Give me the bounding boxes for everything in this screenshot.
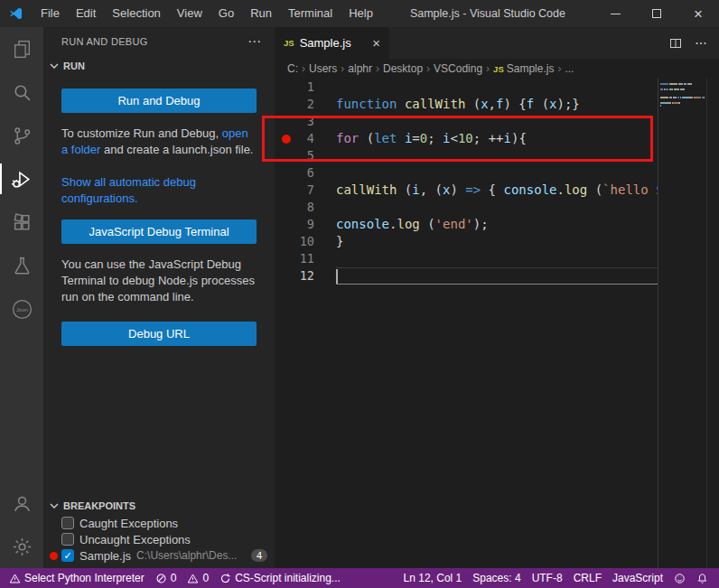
activity-accounts[interactable]	[0, 481, 43, 525]
testing-icon	[11, 255, 33, 277]
line-number: 7	[307, 182, 314, 197]
menu-terminal[interactable]: Terminal	[280, 0, 341, 27]
activity-json-tools[interactable]: Json	[0, 287, 43, 331]
checkbox[interactable]	[61, 517, 74, 529]
vscode-window: FileEditSelectionViewGoRunTerminalHelp S…	[0, 0, 719, 588]
minimap[interactable]	[658, 79, 706, 568]
menu-help[interactable]: Help	[341, 0, 381, 27]
chevron-down-icon	[47, 499, 61, 513]
status-problems-errors[interactable]: 0	[150, 568, 182, 588]
breadcrumb-item[interactable]: Users	[309, 62, 337, 75]
code-line-1[interactable]: 1	[275, 79, 719, 96]
menu-go[interactable]: Go	[210, 0, 242, 27]
gutter-line-12[interactable]: 12	[275, 267, 336, 285]
code-line-4[interactable]: 4for (let i=0; i<10; ++i){	[275, 130, 719, 147]
menu-edit[interactable]: Edit	[68, 0, 104, 27]
split-editor-icon[interactable]	[668, 36, 683, 51]
status-select-python-interpreter[interactable]: Select Python Interpreter	[4, 568, 150, 588]
code-line-7[interactable]: 7callWith (i, (x) => { console.log (`hel…	[275, 182, 719, 199]
activity-run-and-debug[interactable]	[0, 157, 43, 201]
gutter-line-9[interactable]: 9	[275, 216, 336, 233]
breadcrumb-item[interactable]: VSCoding	[434, 62, 482, 75]
activity-search[interactable]	[0, 70, 43, 114]
gutter-line-11[interactable]: 11	[275, 250, 336, 267]
gutter-line-10[interactable]: 10	[275, 233, 336, 250]
code-line-10[interactable]: 10}	[275, 233, 719, 250]
breadcrumb-item[interactable]: alphr	[348, 62, 372, 75]
menu-view[interactable]: View	[169, 0, 210, 27]
status-notifications[interactable]	[691, 568, 714, 588]
gutter-line-8[interactable]: 8	[275, 199, 336, 216]
status-eol[interactable]: CRLF	[568, 568, 607, 588]
code-line-3[interactable]: 3	[275, 113, 719, 130]
debug-url-button[interactable]: Debug URL	[61, 322, 257, 346]
tab-close-icon[interactable]: ×	[372, 36, 380, 50]
breakpoint-dot	[282, 135, 291, 144]
status-indentation[interactable]: Spaces: 4	[467, 568, 526, 588]
menu-file[interactable]: File	[33, 0, 68, 27]
status-cs-script[interactable]: CS-Script initializing...	[214, 568, 346, 588]
breadcrumb: C:›Users›alphr›Desktop›VSCoding›JSSample…	[275, 59, 719, 79]
line-number: 9	[307, 217, 314, 231]
status-language-mode[interactable]: JavaScript	[607, 568, 668, 588]
breakpoint-item[interactable]: Uncaught Exceptions	[43, 531, 275, 547]
run-and-debug-button[interactable]: Run and Debug	[61, 89, 257, 113]
activity-extensions[interactable]	[0, 201, 43, 244]
gutter-line-4[interactable]: 4	[275, 130, 336, 147]
status-cursor-position[interactable]: Ln 12, Col 1	[398, 568, 468, 588]
breadcrumb-item[interactable]: C:	[287, 62, 298, 75]
sync-icon	[219, 573, 231, 584]
sidebar-title: RUN AND DEBUG	[61, 36, 247, 47]
gutter-line-5[interactable]: 5	[275, 147, 336, 164]
breakpoint-path: C:\Users\alphr\Des...	[136, 549, 247, 562]
code-line-9[interactable]: 9console.log ('end');	[275, 216, 719, 233]
activity-explorer[interactable]	[0, 27, 43, 70]
checkbox[interactable]: ✓	[61, 549, 74, 562]
code-line-2[interactable]: 2function callWith (x,f) {f (x);}	[275, 96, 719, 113]
activity-bar: Json	[0, 27, 43, 568]
menu-run[interactable]: Run	[242, 0, 280, 27]
editor-more-actions-icon[interactable]	[694, 36, 708, 51]
breadcrumb-item[interactable]: Desktop	[383, 62, 423, 75]
code-line-8[interactable]: 8	[275, 199, 719, 216]
breadcrumb-item[interactable]: ...	[565, 62, 574, 75]
breakpoints-section-header[interactable]: BREAKPOINTS	[43, 499, 275, 513]
gutter-line-1[interactable]: 1	[275, 79, 336, 96]
code-editor[interactable]: 12function callWith (x,f) {f (x);}34for …	[275, 79, 719, 568]
activity-manage[interactable]	[0, 525, 43, 568]
terminal-help-text: You can use the JavaScript Debug Termina…	[61, 257, 257, 305]
code-line-6[interactable]: 6	[275, 164, 719, 182]
show-configurations-link[interactable]: Show all automatic debug configurations.	[61, 174, 257, 207]
gutter-line-7[interactable]: 7	[275, 182, 336, 199]
window-title: Sample.js - Visual Studio Code	[381, 7, 594, 20]
gutter-line-2[interactable]: 2	[275, 96, 336, 113]
status-problems-warnings[interactable]: 0	[182, 568, 214, 588]
menu-selection[interactable]: Selection	[104, 0, 168, 27]
close-button[interactable]: ×	[677, 0, 719, 27]
more-actions-icon[interactable]: ⋯	[247, 33, 262, 50]
js-debug-terminal-button[interactable]: JavaScript Debug Terminal	[61, 219, 257, 244]
tab-sample-js[interactable]: JS Sample.js ×	[275, 27, 390, 59]
status-feedback[interactable]	[668, 568, 691, 588]
maximize-button[interactable]	[636, 0, 677, 27]
bell-icon	[696, 573, 708, 584]
run-section-header[interactable]: RUN	[43, 56, 275, 76]
breakpoint-dot	[50, 552, 58, 560]
accounts-icon	[11, 492, 33, 515]
activity-source-control[interactable]	[0, 114, 43, 157]
minimize-button[interactable]	[594, 0, 636, 27]
js-file-icon: JS	[284, 38, 294, 48]
status-encoding[interactable]: UTF-8	[527, 568, 568, 588]
code-line-11[interactable]: 11	[275, 250, 719, 267]
breadcrumb-item[interactable]: JSSample.js	[493, 62, 554, 75]
gutter-line-3[interactable]: 3	[275, 113, 336, 130]
warning-icon	[187, 573, 199, 584]
checkbox[interactable]	[61, 533, 74, 546]
gutter-line-6[interactable]: 6	[275, 164, 336, 182]
activity-testing[interactable]	[0, 244, 43, 287]
code-line-12[interactable]: 12	[275, 267, 719, 285]
breakpoint-item[interactable]: ✓Sample.jsC:\Users\alphr\Des...4	[43, 547, 275, 564]
breakpoint-item[interactable]: Caught Exceptions	[43, 515, 275, 531]
code-line-5[interactable]: 5	[275, 147, 719, 164]
vertical-scrollbar[interactable]	[706, 79, 719, 568]
